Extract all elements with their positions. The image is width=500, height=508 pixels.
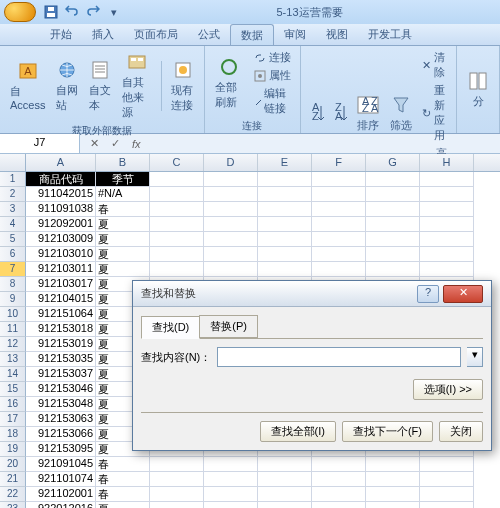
cell[interactable] [420, 172, 474, 187]
close-dialog-button[interactable]: 关闭 [439, 421, 483, 442]
col-header-d[interactable]: D [204, 154, 258, 171]
cell[interactable]: 夏 [96, 247, 150, 262]
cell[interactable] [204, 232, 258, 247]
tab-find[interactable]: 查找(D) [141, 316, 200, 339]
reapply-button[interactable]: ↻重新应用 [419, 82, 450, 144]
row-header[interactable]: 10 [0, 307, 26, 322]
cell[interactable] [258, 262, 312, 277]
save-icon[interactable] [42, 3, 60, 21]
cell[interactable] [420, 187, 474, 202]
row-header[interactable]: 23 [0, 502, 26, 508]
cell[interactable] [204, 457, 258, 472]
table-row[interactable]: 4912092001夏 [0, 217, 500, 232]
cell[interactable] [258, 217, 312, 232]
cell[interactable] [312, 262, 366, 277]
cell[interactable]: 911042015 [26, 187, 96, 202]
cell[interactable] [366, 217, 420, 232]
cell[interactable] [420, 247, 474, 262]
select-all-button[interactable] [0, 154, 26, 171]
cell[interactable] [420, 457, 474, 472]
connections-button[interactable]: 连接 [251, 49, 294, 66]
cell[interactable] [150, 262, 204, 277]
from-other-button[interactable]: 自其他来源 [118, 49, 154, 122]
tab-developer[interactable]: 开发工具 [358, 24, 422, 45]
cell[interactable] [204, 172, 258, 187]
cell[interactable] [312, 187, 366, 202]
qat-dropdown-icon[interactable]: ▾ [105, 3, 123, 21]
table-row[interactable]: 21921101074春 [0, 472, 500, 487]
cell[interactable] [258, 202, 312, 217]
cell[interactable]: 912103010 [26, 247, 96, 262]
clear-filter-button[interactable]: ✕清除 [419, 49, 450, 81]
cell[interactable] [420, 202, 474, 217]
cell[interactable] [150, 502, 204, 508]
cell[interactable]: 911091038 [26, 202, 96, 217]
table-row[interactable]: 3911091038春 [0, 202, 500, 217]
cell[interactable] [366, 262, 420, 277]
row-header[interactable]: 4 [0, 217, 26, 232]
close-button[interactable]: ✕ [443, 285, 483, 303]
find-all-button[interactable]: 查找全部(I) [260, 421, 336, 442]
cell[interactable]: 912153095 [26, 442, 96, 457]
row-header[interactable]: 15 [0, 382, 26, 397]
cell[interactable]: 921091045 [26, 457, 96, 472]
table-row[interactable]: 2911042015#N/A [0, 187, 500, 202]
row-header[interactable]: 7 [0, 262, 26, 277]
cell[interactable] [204, 247, 258, 262]
undo-icon[interactable] [63, 3, 81, 21]
row-header[interactable]: 22 [0, 487, 26, 502]
row-header[interactable]: 9 [0, 292, 26, 307]
cell[interactable] [258, 502, 312, 508]
col-header-h[interactable]: H [420, 154, 474, 171]
cell[interactable] [366, 487, 420, 502]
col-header-a[interactable]: A [26, 154, 96, 171]
cell[interactable]: 912153046 [26, 382, 96, 397]
sort-za-button[interactable]: ZA [330, 100, 350, 126]
options-button[interactable]: 选项(I) >> [413, 379, 483, 400]
cell[interactable] [204, 202, 258, 217]
tab-replace[interactable]: 替换(P) [199, 315, 258, 338]
cell[interactable]: 912092001 [26, 217, 96, 232]
table-row[interactable]: 23922012016夏 [0, 502, 500, 508]
cell[interactable] [204, 472, 258, 487]
fx-icon[interactable]: fx [128, 138, 145, 150]
filter-button[interactable]: 筛选 [386, 92, 416, 135]
cell[interactable] [366, 172, 420, 187]
from-text-button[interactable]: 自文本 [85, 57, 115, 115]
cell[interactable] [204, 502, 258, 508]
cell[interactable]: 夏 [96, 502, 150, 508]
cell[interactable]: 912153066 [26, 427, 96, 442]
cell[interactable] [312, 217, 366, 232]
text-to-columns-button[interactable]: 分 [463, 68, 493, 111]
cell[interactable]: 912153063 [26, 412, 96, 427]
cell[interactable] [312, 457, 366, 472]
cell[interactable] [150, 247, 204, 262]
row-header[interactable]: 3 [0, 202, 26, 217]
find-next-button[interactable]: 查找下一个(F) [342, 421, 433, 442]
row-header[interactable]: 11 [0, 322, 26, 337]
cell[interactable]: 912153019 [26, 337, 96, 352]
cell[interactable] [366, 457, 420, 472]
cell[interactable] [150, 202, 204, 217]
cell[interactable] [366, 202, 420, 217]
col-header-f[interactable]: F [312, 154, 366, 171]
row-header[interactable]: 12 [0, 337, 26, 352]
cell[interactable] [204, 487, 258, 502]
cell[interactable] [366, 502, 420, 508]
cancel-icon[interactable]: ✕ [86, 137, 103, 150]
cell[interactable]: 912151064 [26, 307, 96, 322]
row-header[interactable]: 18 [0, 427, 26, 442]
tab-formulas[interactable]: 公式 [188, 24, 230, 45]
cell[interactable]: #N/A [96, 187, 150, 202]
col-header-c[interactable]: C [150, 154, 204, 171]
cell[interactable]: 912153037 [26, 367, 96, 382]
from-web-button[interactable]: 自网站 [52, 57, 82, 115]
table-row[interactable]: 5912103009夏 [0, 232, 500, 247]
cell[interactable]: 912153035 [26, 352, 96, 367]
row-header[interactable]: 8 [0, 277, 26, 292]
cell[interactable] [312, 232, 366, 247]
cell[interactable] [258, 457, 312, 472]
cell[interactable] [204, 217, 258, 232]
cell[interactable] [420, 217, 474, 232]
cell[interactable] [150, 472, 204, 487]
